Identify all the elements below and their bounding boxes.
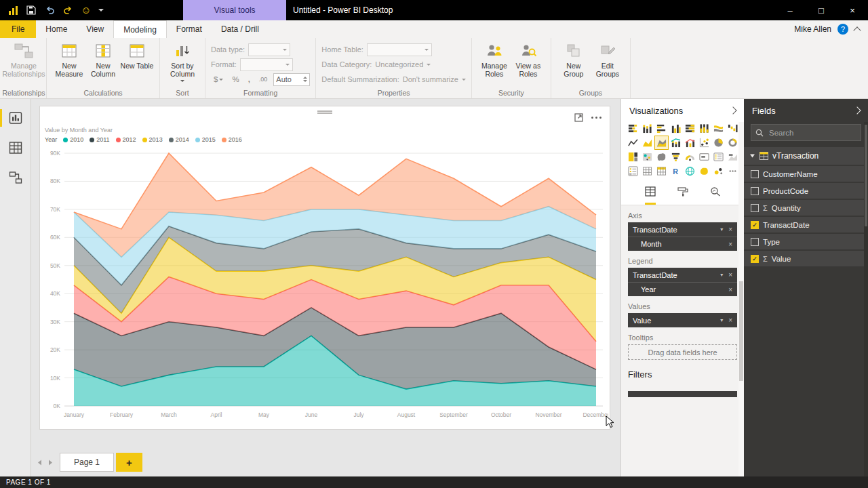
line-and-stacked-column-chart-icon[interactable] xyxy=(669,136,682,149)
legend-item-2016[interactable]: 2016 xyxy=(222,136,242,143)
fields-scrollbar[interactable] xyxy=(864,122,868,476)
filled-map-icon[interactable] xyxy=(655,150,668,163)
next-page-icon[interactable] xyxy=(45,460,56,466)
field-row-customername[interactable]: CustomerName xyxy=(744,166,868,182)
kpi-icon[interactable] xyxy=(726,150,739,163)
donut-chart-icon[interactable] xyxy=(726,136,739,149)
stacked-column-chart-icon[interactable] xyxy=(641,122,654,135)
signed-in-user[interactable]: Mike Allen xyxy=(794,24,831,34)
save-button[interactable] xyxy=(25,4,37,16)
format-dropdown[interactable] xyxy=(240,58,293,71)
multi-row-card-icon[interactable] xyxy=(712,150,725,163)
field-pill-transactdate[interactable]: TransactDate▾× xyxy=(628,222,737,237)
previous-page-icon[interactable] xyxy=(34,460,45,466)
manage-relationships-button[interactable]: Manage Relationships xyxy=(7,41,41,78)
visual-drag-handle[interactable] xyxy=(317,110,332,114)
line-and-clustered-column-chart-icon[interactable] xyxy=(684,136,696,149)
tab-file[interactable]: File xyxy=(0,20,36,38)
ribbon-chart-icon[interactable] xyxy=(712,122,725,135)
decimal-places-input[interactable]: Auto xyxy=(273,73,310,86)
field-checkbox[interactable] xyxy=(751,187,759,195)
remove-field-icon[interactable]: × xyxy=(728,317,732,324)
tab-data-drill[interactable]: Data / Drill xyxy=(212,20,269,38)
field-pill-month[interactable]: Month× xyxy=(628,237,737,251)
table-vtransaction[interactable]: vTransaction xyxy=(744,147,868,165)
view-as-roles-button[interactable]: View as Roles xyxy=(511,41,545,78)
home-table-dropdown[interactable] xyxy=(367,43,432,56)
new-page-button[interactable]: + xyxy=(116,453,142,472)
tooltips-dropzone[interactable]: Drag data fields here xyxy=(628,344,737,360)
edit-groups-button[interactable]: Edit Groups xyxy=(591,41,625,78)
collapse-visualizations-icon[interactable] xyxy=(729,106,736,114)
legend-item-2010[interactable]: 2010 xyxy=(63,136,83,143)
card-icon[interactable] xyxy=(698,150,711,163)
report-page[interactable]: Value by Month and Year Year 20102011201… xyxy=(39,106,610,430)
tab-format-pane[interactable] xyxy=(677,186,688,205)
default-summarization-value[interactable]: Don't summarize xyxy=(403,75,458,83)
thousands-separator-button[interactable]: , xyxy=(245,73,253,86)
currency-format-button[interactable]: $ xyxy=(211,73,226,86)
help-icon[interactable]: ? xyxy=(837,24,848,35)
field-row-type[interactable]: Type xyxy=(744,234,868,249)
100-stacked-bar-chart-icon[interactable] xyxy=(684,122,696,135)
remove-field-icon[interactable]: × xyxy=(728,286,732,293)
field-checkbox[interactable]: ✓ xyxy=(751,221,759,229)
field-checkbox[interactable]: ✓ xyxy=(751,255,759,263)
pill-dropdown-icon[interactable]: ▾ xyxy=(720,226,723,232)
feedback-smiley-button[interactable]: ☺ xyxy=(80,4,92,16)
field-pill-value[interactable]: Value▾× xyxy=(628,313,737,327)
legend-item-2015[interactable]: 2015 xyxy=(195,136,216,143)
slicer-icon[interactable] xyxy=(627,165,639,178)
scatter-chart-icon[interactable] xyxy=(698,136,711,149)
remove-field-icon[interactable]: × xyxy=(728,226,732,233)
collapse-fields-icon[interactable] xyxy=(853,106,861,114)
fields-search-box[interactable] xyxy=(751,124,861,141)
tab-home[interactable]: Home xyxy=(36,20,77,38)
data-type-dropdown[interactable] xyxy=(248,43,290,56)
page-tab-page1[interactable]: Page 1 xyxy=(60,453,114,472)
map-icon[interactable] xyxy=(641,150,654,163)
area-chart-icon[interactable] xyxy=(641,136,654,149)
new-measure-button[interactable]: New Measure xyxy=(52,41,86,78)
stacked-bar-chart-icon[interactable] xyxy=(627,122,639,135)
manage-roles-button[interactable]: Manage Roles xyxy=(477,41,511,78)
maximize-button[interactable]: □ xyxy=(806,0,837,20)
data-view-button[interactable] xyxy=(0,138,31,157)
legend-item-2011[interactable]: 2011 xyxy=(90,136,109,143)
tab-analytics-pane[interactable] xyxy=(710,186,721,205)
visual-more-options-icon[interactable] xyxy=(591,117,601,119)
collapse-ribbon-icon[interactable] xyxy=(853,26,861,34)
legend-item-2012[interactable]: 2012 xyxy=(116,136,136,143)
new-group-button[interactable]: New Group xyxy=(557,41,591,78)
pill-dropdown-icon[interactable]: ▾ xyxy=(720,272,723,278)
quick-access-dropdown-icon[interactable] xyxy=(98,9,104,12)
percent-format-button[interactable]: % xyxy=(229,73,241,86)
field-row-value[interactable]: ✓ΣValue xyxy=(744,251,868,266)
field-pill-transactdate[interactable]: TransactDate▾× xyxy=(628,268,737,282)
pie-chart-icon[interactable] xyxy=(712,136,725,149)
tab-modeling[interactable]: Modeling xyxy=(113,20,167,38)
stacked-area-chart-icon[interactable] xyxy=(655,136,668,149)
shape-map-icon[interactable] xyxy=(698,165,711,178)
new-table-button[interactable]: New Table xyxy=(120,41,154,70)
field-checkbox[interactable] xyxy=(751,238,759,246)
tab-view[interactable]: View xyxy=(77,20,113,38)
data-category-dropdown-icon[interactable] xyxy=(427,64,431,66)
matrix-icon[interactable] xyxy=(655,165,668,178)
globe-map-icon[interactable] xyxy=(684,165,696,178)
close-button[interactable]: × xyxy=(837,0,868,20)
waterfall-chart-icon[interactable] xyxy=(726,122,739,135)
legend-item-2014[interactable]: 2014 xyxy=(169,136,189,143)
tab-format[interactable]: Format xyxy=(167,20,212,38)
visual-tools-contextual-tab[interactable]: Visual tools xyxy=(183,0,286,20)
funnel-chart-icon[interactable] xyxy=(669,150,682,163)
undo-button[interactable] xyxy=(43,4,56,16)
redo-button[interactable] xyxy=(62,4,74,16)
field-row-productcode[interactable]: ProductCode xyxy=(744,183,868,199)
100-stacked-column-chart-icon[interactable] xyxy=(698,122,711,135)
field-checkbox[interactable] xyxy=(751,204,759,212)
model-view-button[interactable] xyxy=(0,168,31,187)
visualizations-scrollbar[interactable] xyxy=(738,122,744,476)
default-summarization-dropdown-icon[interactable] xyxy=(462,79,466,81)
report-view-button[interactable] xyxy=(0,108,31,127)
